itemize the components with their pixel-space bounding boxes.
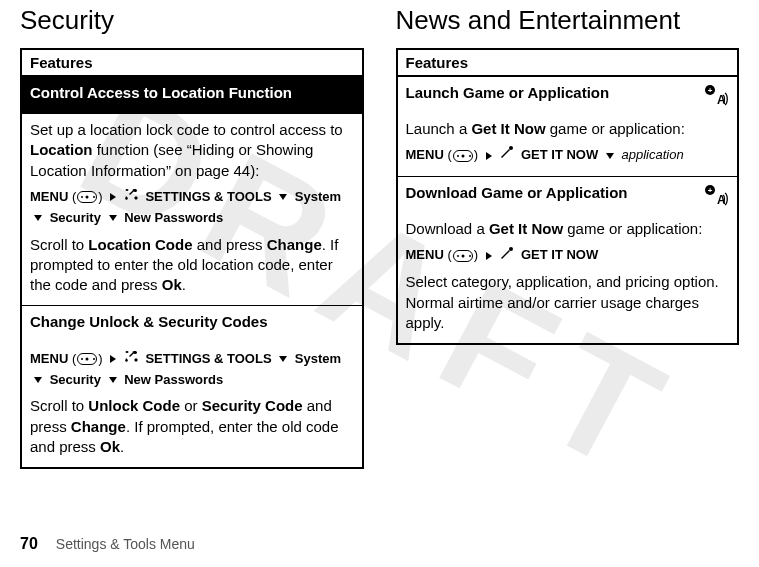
system-label: System [295, 351, 341, 366]
text: Download a [406, 220, 489, 237]
text: or [180, 397, 202, 414]
row-heading-change-codes: Change Unlock & Security Codes [21, 306, 363, 343]
bold-change: Change [267, 236, 322, 253]
arrow-right-icon [110, 193, 116, 201]
menu-path-download: MENU () GET IT NOW [406, 245, 730, 266]
menu-label: MENU [30, 351, 68, 366]
application-placeholder: application [621, 147, 683, 162]
get-it-now-label: GET IT NOW [521, 147, 598, 162]
bold-get-it-now: Get It Now [489, 220, 563, 237]
news-entertainment-heading: News and Entertainment [396, 6, 740, 36]
system-label: System [295, 189, 341, 204]
left-column: Security Features Control Access to Loca… [20, 6, 364, 469]
page-columns: Security Features Control Access to Loca… [0, 0, 759, 469]
center-key-icon [453, 150, 473, 162]
row-heading-download: +A Download Game or Application [397, 177, 739, 220]
svg-text:+: + [708, 86, 713, 95]
arrow-down-icon [109, 215, 117, 221]
row-heading-launch: +A Launch Game or Application [397, 76, 739, 119]
row-body-download: Download a Get It Now game or applicatio… [397, 219, 739, 344]
arrow-down-icon [109, 377, 117, 383]
arrow-down-icon [279, 194, 287, 200]
text: Scroll to [30, 397, 88, 414]
center-key-icon [77, 353, 97, 365]
text: game or application: [563, 220, 702, 237]
text: Scroll to [30, 236, 88, 253]
menu-path-change-codes: MENU () SETTINGS & TOOLS System Security… [30, 349, 354, 391]
get-it-now-label: GET IT NOW [521, 247, 598, 262]
settings-tools-label: SETTINGS & TOOLS [145, 189, 271, 204]
security-features-table: Features Control Access to Location Func… [20, 48, 364, 469]
arrow-right-icon [486, 252, 492, 260]
row-body-change-codes: MENU () SETTINGS & TOOLS System Security… [21, 343, 363, 469]
bold-ok: Ok [100, 438, 120, 455]
settings-tools-icon [124, 349, 140, 370]
security-heading: Security [20, 6, 364, 36]
features-header-right: Features [397, 49, 739, 76]
menu-label: MENU [30, 189, 68, 204]
svg-point-3 [509, 146, 513, 150]
text: and press [193, 236, 267, 253]
bold-get-it-now: Get It Now [471, 120, 545, 137]
bold-location-code: Location Code [88, 236, 192, 253]
bold-security-code: Security Code [202, 397, 303, 414]
security-label: Security [50, 210, 101, 225]
menu-path-launch: MENU () GET IT NOW application [406, 145, 730, 166]
text: Launch a [406, 120, 472, 137]
row-body-location: Set up a location lock code to control a… [21, 114, 363, 306]
arrow-down-icon [279, 356, 287, 362]
network-required-icon: +A [703, 83, 729, 109]
get-it-now-icon [499, 145, 515, 166]
arrow-down-icon [34, 377, 42, 383]
right-column: News and Entertainment Features +A Launc… [396, 6, 740, 469]
row-heading-location: Control Access to Location Function [21, 76, 363, 114]
text: . [120, 438, 124, 455]
row-body-launch: Launch a Get It Now game or application:… [397, 119, 739, 177]
security-label: Security [50, 372, 101, 387]
menu-path-location: MENU () SETTINGS & TOOLS System Security… [30, 187, 354, 229]
arrow-down-icon [606, 153, 614, 159]
network-required-icon: +A [703, 183, 729, 209]
news-features-table: Features +A Launch Game or Application L… [396, 48, 740, 345]
svg-text:+: + [708, 186, 713, 195]
text-block: Scroll to Location Code and press Change… [30, 235, 354, 296]
new-passwords-label: New Passwords [124, 210, 223, 225]
page-footer: 70 Settings & Tools Menu [20, 535, 195, 553]
text: game or application: [546, 120, 685, 137]
svg-point-7 [509, 247, 513, 251]
row-heading-launch-text: Launch Game or Application [406, 84, 610, 101]
bold-unlock-code: Unlock Code [88, 397, 180, 414]
settings-tools-label: SETTINGS & TOOLS [145, 351, 271, 366]
text: Set up a location lock code to control a… [30, 121, 343, 138]
menu-label: MENU [406, 147, 444, 162]
text: . [182, 276, 186, 293]
settings-tools-icon [124, 187, 140, 208]
arrow-down-icon [34, 215, 42, 221]
new-passwords-label: New Passwords [124, 372, 223, 387]
page-number: 70 [20, 535, 38, 553]
bold-location: Location [30, 141, 93, 158]
text-block: Select category, application, and pricin… [406, 272, 730, 333]
text-block: Scroll to Unlock Code or Security Code a… [30, 396, 354, 457]
footer-section-label: Settings & Tools Menu [56, 536, 195, 552]
row-heading-download-text: Download Game or Application [406, 184, 628, 201]
get-it-now-icon [499, 246, 515, 267]
menu-label: MENU [406, 247, 444, 262]
arrow-right-icon [110, 355, 116, 363]
center-key-icon [77, 191, 97, 203]
bold-ok: Ok [162, 276, 182, 293]
center-key-icon [453, 250, 473, 262]
arrow-right-icon [486, 152, 492, 160]
bold-change: Change [71, 418, 126, 435]
features-header-left: Features [21, 49, 363, 76]
